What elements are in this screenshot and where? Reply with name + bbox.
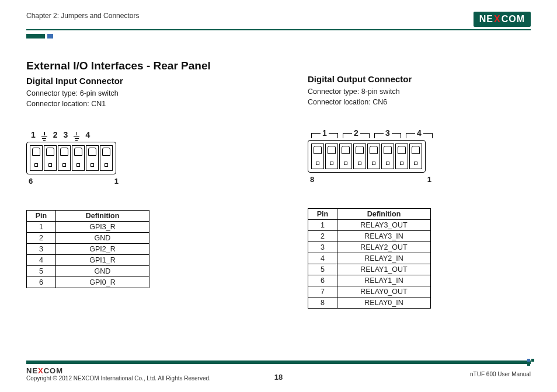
bracket-label: 3 bbox=[372, 128, 403, 138]
table-row: 2GND bbox=[27, 233, 149, 244]
table-cell: 5 bbox=[27, 266, 56, 277]
pin-slot bbox=[409, 144, 422, 169]
table-cell: RELAY2_OUT bbox=[337, 242, 431, 253]
bracket-label: 1 bbox=[309, 128, 340, 138]
table-cell: 6 bbox=[308, 275, 337, 286]
pin-label: 1 bbox=[31, 130, 36, 139]
footer-bar bbox=[26, 360, 531, 364]
brand-logo: NEXCOM bbox=[474, 12, 531, 27]
right-end-labels: 8 1 bbox=[308, 175, 434, 184]
table-cell: RELAY3_IN bbox=[337, 231, 431, 242]
table-row: 8RELAY0_IN bbox=[308, 298, 431, 309]
brand-pre: NE bbox=[479, 14, 493, 24]
page-header: Chapter 2: Jumpers and Connectors NEXCOM bbox=[26, 12, 531, 30]
accent-bars bbox=[26, 34, 531, 38]
ground-icon bbox=[74, 132, 79, 141]
footer-left: NEXCOM Copyright © 2012 NEXCOM Internati… bbox=[26, 366, 211, 382]
right-connector-box bbox=[308, 140, 426, 173]
table-header-pin: Pin bbox=[308, 209, 337, 220]
pin-dot bbox=[344, 162, 347, 165]
chapter-title: Chapter 2: Jumpers and Connectors bbox=[26, 12, 139, 20]
left-column: External I/O Interfaces - Rear Panel Dig… bbox=[26, 60, 249, 309]
content-area: External I/O Interfaces - Rear Panel Dig… bbox=[26, 60, 531, 309]
right-column: Digital Output Connector Connector type:… bbox=[308, 60, 531, 309]
footer-logo: NEXCOM bbox=[26, 366, 63, 375]
table-cell: 2 bbox=[27, 233, 56, 244]
table-row: 5GND bbox=[27, 266, 149, 277]
left-heading: Digital Input Connector bbox=[26, 76, 249, 86]
table-cell: 3 bbox=[27, 244, 56, 255]
end-label-right: 1 bbox=[427, 175, 431, 184]
table-cell: 7 bbox=[308, 286, 337, 298]
table-row: 1RELAY3_OUT bbox=[308, 220, 431, 231]
table-cell: 5 bbox=[308, 264, 337, 275]
page-title: External I/O Interfaces - Rear Panel bbox=[26, 60, 249, 72]
table-cell: GPI1_R bbox=[56, 255, 149, 266]
pin-label: 2 bbox=[53, 130, 58, 139]
table-header-def: Definition bbox=[337, 209, 431, 220]
table-row: 6RELAY1_IN bbox=[308, 275, 431, 286]
brand-x: X bbox=[494, 14, 501, 24]
pin-slot bbox=[381, 144, 394, 169]
pin-dot bbox=[414, 162, 417, 165]
right-connector-location: Connector location: CN6 bbox=[308, 97, 531, 107]
table-row: 4RELAY2_IN bbox=[308, 253, 431, 264]
pin-dot bbox=[105, 163, 108, 167]
bracket-label: 4 bbox=[403, 128, 435, 138]
bracket-label: 2 bbox=[340, 128, 372, 138]
table-row: 3RELAY2_OUT bbox=[308, 242, 431, 253]
pin-dot bbox=[386, 162, 389, 165]
pin-dot bbox=[330, 162, 333, 165]
right-connector-diagram: 1 2 3 4 8 1 bbox=[308, 128, 531, 184]
pin-slot bbox=[30, 145, 43, 171]
pin-slot bbox=[72, 145, 85, 171]
table-cell: RELAY3_OUT bbox=[337, 220, 431, 231]
ground-icon bbox=[41, 132, 47, 141]
table-cell: GPI3_R bbox=[56, 222, 149, 233]
pin-dot bbox=[358, 162, 361, 165]
table-cell: RELAY2_IN bbox=[337, 253, 431, 264]
pin-dot bbox=[48, 163, 52, 167]
page-footer: NEXCOM Copyright © 2012 NEXCOM Internati… bbox=[26, 360, 531, 382]
table-cell: 1 bbox=[27, 222, 56, 233]
table-cell: GND bbox=[56, 233, 149, 244]
left-pin-table: Pin Definition 1GPI3_R2GND3GPI2_R4GPI1_R… bbox=[26, 210, 149, 288]
table-row: 1GPI3_R bbox=[27, 222, 149, 233]
right-heading: Digital Output Connector bbox=[308, 74, 531, 84]
left-connector-box bbox=[26, 142, 116, 174]
pin-label: 3 bbox=[64, 130, 68, 139]
pin-label: 4 bbox=[85, 130, 90, 139]
table-row: 3GPI2_R bbox=[27, 244, 149, 255]
table-row: 7RELAY0_OUT bbox=[308, 286, 431, 298]
copyright-text: Copyright © 2012 NEXCOM International Co… bbox=[26, 375, 211, 382]
pin-dot bbox=[62, 163, 66, 167]
pin-slot bbox=[325, 144, 338, 169]
right-top-labels: 1 2 3 4 bbox=[309, 128, 435, 138]
left-connector-type: Connector type: 6-pin switch bbox=[26, 88, 249, 99]
table-cell: GPI0_R bbox=[56, 277, 149, 288]
footer-row: NEXCOM Copyright © 2012 NEXCOM Internati… bbox=[26, 366, 531, 382]
brand-post: COM bbox=[502, 14, 525, 24]
pin-dot bbox=[34, 163, 38, 167]
table-cell: RELAY1_IN bbox=[337, 275, 431, 286]
pin-slot bbox=[58, 145, 71, 171]
page-number: 18 bbox=[274, 373, 283, 382]
table-cell: RELAY0_OUT bbox=[337, 286, 431, 298]
table-row: 2RELAY3_IN bbox=[308, 231, 431, 242]
pin-dot bbox=[76, 163, 80, 167]
table-cell: GND bbox=[56, 266, 149, 277]
table-cell: 3 bbox=[308, 242, 337, 253]
pin-slot bbox=[100, 145, 113, 171]
pin-slot bbox=[86, 145, 99, 171]
left-connector-location: Connector location: CN1 bbox=[26, 99, 249, 109]
end-label-left: 6 bbox=[29, 177, 33, 186]
pin-slot bbox=[353, 144, 366, 169]
table-row: 4GPI1_R bbox=[27, 255, 149, 266]
table-row: 5RELAY1_OUT bbox=[308, 264, 431, 275]
pin-dot bbox=[316, 162, 319, 165]
table-cell: 8 bbox=[308, 298, 337, 309]
table-cell: 6 bbox=[27, 277, 56, 288]
pin-dot bbox=[90, 163, 94, 167]
table-cell: 4 bbox=[27, 255, 56, 266]
table-header-def: Definition bbox=[56, 211, 149, 222]
